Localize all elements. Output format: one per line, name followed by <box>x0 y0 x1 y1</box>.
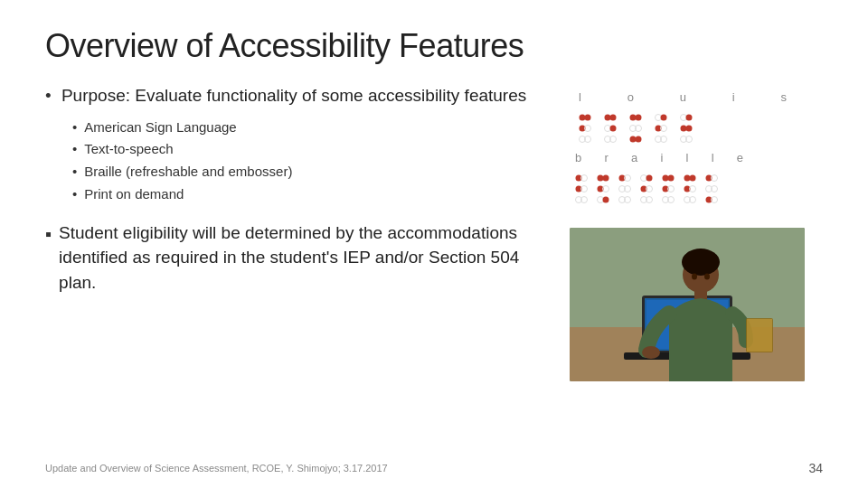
student-photo <box>570 228 805 381</box>
svg-point-61 <box>690 175 696 182</box>
svg-point-80 <box>642 346 660 359</box>
braille-r <box>597 172 609 204</box>
braille-i2 <box>640 172 653 204</box>
svg-point-57 <box>668 186 675 192</box>
braille-image-section: l o u i s <box>570 85 823 213</box>
svg-point-63 <box>690 186 696 192</box>
svg-point-81 <box>682 249 720 276</box>
svg-point-49 <box>646 175 653 182</box>
eligibility-text: ▪ Student eligibility will be determined… <box>45 221 552 296</box>
svg-point-36 <box>598 175 604 182</box>
svg-point-41 <box>603 197 609 203</box>
svg-point-83 <box>704 274 710 280</box>
svg-point-25 <box>686 115 693 121</box>
svg-point-60 <box>684 175 691 182</box>
svg-rect-85 <box>747 319 772 352</box>
svg-point-9 <box>610 126 617 132</box>
svg-point-0 <box>580 115 586 121</box>
right-column: l o u i s <box>570 85 823 381</box>
purpose-title: • Purpose: Evaluate functionality of som… <box>45 85 552 108</box>
list-item: Text-to-speech <box>72 138 552 161</box>
purpose-block: • Purpose: Evaluate functionality of som… <box>45 85 552 206</box>
svg-point-16 <box>630 136 637 143</box>
svg-point-17 <box>636 136 642 143</box>
braille-dots-row2 <box>570 168 823 208</box>
svg-point-67 <box>712 175 718 182</box>
svg-point-27 <box>686 126 693 132</box>
braille-e <box>705 172 718 204</box>
slide: Overview of Accessibility Features • Pur… <box>0 0 868 488</box>
braille-l3 <box>684 172 696 204</box>
svg-point-3 <box>585 126 591 132</box>
svg-point-55 <box>668 175 675 182</box>
braille-a <box>618 172 631 204</box>
svg-point-31 <box>581 175 588 182</box>
svg-point-7 <box>610 115 617 121</box>
footer: Update and Overview of Science Assessmen… <box>45 461 823 475</box>
left-column: • Purpose: Evaluate functionality of som… <box>45 85 552 381</box>
svg-point-33 <box>581 186 588 192</box>
svg-point-54 <box>663 175 669 182</box>
list-item: American Sign Language <box>72 117 552 139</box>
svg-point-40 <box>598 197 604 203</box>
sub-bullets-list: American Sign Language Text-to-speech Br… <box>45 117 552 206</box>
svg-point-19 <box>661 115 667 121</box>
braille-i <box>655 111 667 144</box>
svg-point-43 <box>625 175 631 182</box>
svg-point-24 <box>681 115 687 121</box>
footer-citation: Update and Overview of Science Assessmen… <box>45 463 388 474</box>
footer-page: 34 <box>808 461 823 475</box>
svg-point-21 <box>661 126 667 132</box>
braille-l <box>579 111 591 144</box>
svg-point-26 <box>681 126 687 132</box>
svg-point-8 <box>605 126 611 132</box>
braille-dots-row1 <box>570 108 823 147</box>
svg-point-51 <box>646 186 653 192</box>
braille-l2 <box>662 172 675 204</box>
braille-o <box>604 111 617 144</box>
svg-point-13 <box>636 115 642 121</box>
slide-title: Overview of Accessibility Features <box>45 27 823 65</box>
svg-point-48 <box>641 175 647 182</box>
bullet-purpose: • <box>45 86 52 105</box>
svg-point-71 <box>712 197 718 203</box>
svg-point-39 <box>603 186 609 192</box>
svg-point-18 <box>656 115 662 121</box>
louis-label: l o u i s <box>570 90 823 104</box>
svg-point-12 <box>630 115 637 121</box>
svg-point-1 <box>585 115 591 121</box>
braille-s <box>680 111 693 144</box>
svg-point-6 <box>605 115 611 121</box>
square-bullet: ▪ <box>45 221 52 248</box>
list-item: Braille (refreshable and embosser) <box>72 161 552 183</box>
svg-point-37 <box>603 175 609 182</box>
list-item: Print on demand <box>72 183 552 206</box>
student-photo-svg <box>570 228 805 381</box>
braille-u <box>629 111 642 144</box>
content-area: • Purpose: Evaluate functionality of som… <box>45 85 823 381</box>
braille-b <box>575 172 588 204</box>
braille-label: b r a i l l e <box>570 151 823 164</box>
svg-point-82 <box>692 274 697 280</box>
eligibility-block: ▪ Student eligibility will be determined… <box>45 221 552 296</box>
